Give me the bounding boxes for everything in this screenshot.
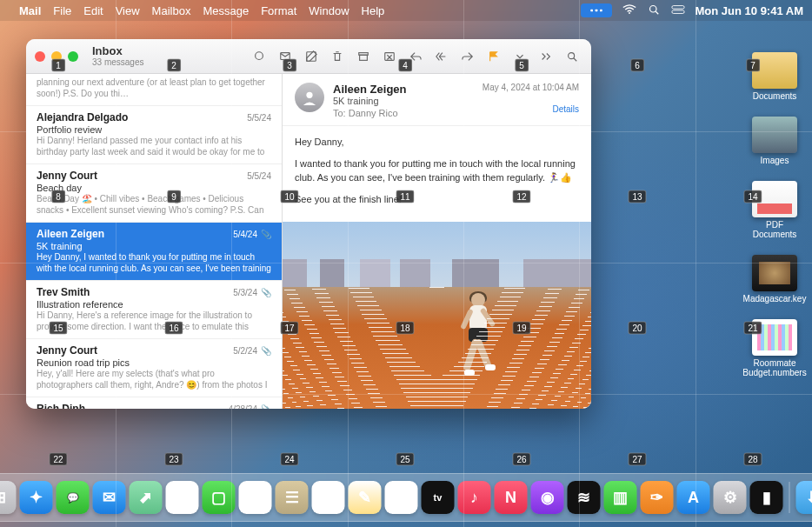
spotlight-icon[interactable] <box>647 4 661 17</box>
desktop-label: PDF Documents <box>744 220 805 239</box>
message-row[interactable]: Jenny Court5/5/24Beach dayBeach Day 🏖️ •… <box>26 164 282 223</box>
dock-reminders[interactable]: ☑ <box>312 481 345 514</box>
mail-titlebar: Inbox 33 messages <box>26 39 591 74</box>
dock-freeform[interactable]: 〰 <box>385 481 418 514</box>
expand-icon[interactable] <box>536 47 556 66</box>
control-center-toggle-icon[interactable] <box>671 4 685 17</box>
open-from: Aileen Zeigen <box>333 83 474 96</box>
message-preview: Hey, y'all! Here are my selects (that's … <box>37 369 271 390</box>
message-body-text: Hey Danny, I wanted to thank you for put… <box>283 126 591 222</box>
reply-icon[interactable] <box>405 47 426 66</box>
grid-cell-23: 23 <box>164 453 183 466</box>
message-list[interactable]: planning our next adventure (or at least… <box>26 74 283 409</box>
message-row[interactable]: Trev Smith5/3/24📎Illustration referenceH… <box>26 281 282 339</box>
control-center-icon[interactable] <box>581 3 612 17</box>
message-row[interactable]: Jenny Court5/2/24📎Reunion road trip pics… <box>26 339 282 397</box>
menu-message[interactable]: Message <box>203 4 249 17</box>
flag-icon[interactable] <box>483 47 504 66</box>
dock-iphone-mirroring[interactable]: ▮ <box>750 481 783 514</box>
message-row-truncated[interactable]: planning our next adventure (or at least… <box>26 74 282 106</box>
desktop-thumb <box>752 319 797 356</box>
desktop-images[interactable]: Images <box>744 117 805 165</box>
desktop-documents[interactable]: Documents <box>744 52 805 101</box>
message-subject: Beach day <box>37 183 271 193</box>
more-icon[interactable] <box>509 47 530 66</box>
desktop-pdf-documents[interactable]: PDF Documents <box>744 181 805 239</box>
message-row[interactable]: Rich Dinh4/28/24📎Trip to Zion National P… <box>26 397 282 409</box>
message-preview: Hi Danny, Here's a reference image for t… <box>37 310 271 331</box>
dock-calendar[interactable]: 10 <box>239 481 272 514</box>
dock-appstore[interactable]: A <box>677 481 710 514</box>
dock-messages[interactable]: 💬 <box>57 481 90 514</box>
attachment-icon: 📎 <box>261 404 271 409</box>
desktop-madagascar-key[interactable]: Madagascar.key <box>744 255 805 304</box>
dock-settings[interactable]: ⚙ <box>714 481 747 514</box>
trash-icon[interactable] <box>327 47 348 66</box>
dock-tv[interactable]: tv <box>422 481 455 514</box>
open-to: Danny Rico <box>349 108 398 118</box>
dock-podcasts[interactable]: ◉ <box>531 481 564 514</box>
desktop-roommate-budget-numbers[interactable]: Roommate Budget.numbers <box>744 319 805 377</box>
minimize-button[interactable] <box>51 51 62 62</box>
dock-news[interactable]: N <box>495 481 528 514</box>
to-label: To: <box>333 108 346 118</box>
dock-photos[interactable]: ✿ <box>166 481 199 514</box>
menu-edit[interactable]: Edit <box>83 4 103 17</box>
message-preview: planning our next adventure (or at least… <box>37 77 271 98</box>
attachment-icon: 📎 <box>261 288 271 297</box>
dock-downloads[interactable]: ⬇ <box>796 481 813 514</box>
svg-rect-6 <box>671 5 683 9</box>
menu-format[interactable]: Format <box>261 4 296 17</box>
close-button[interactable] <box>35 51 45 62</box>
app-menu[interactable]: Mail <box>19 4 41 17</box>
dock-numbers-app[interactable]: ▥ <box>604 481 637 514</box>
desktop-thumb <box>752 181 797 217</box>
message-row[interactable]: Alejandra Delgado5/5/24Portfolio reviewH… <box>26 106 282 164</box>
forward-icon[interactable] <box>457 47 478 66</box>
dock-safari[interactable]: ✦ <box>20 481 53 514</box>
menu-help[interactable]: Help <box>362 4 385 17</box>
dock-mail[interactable]: ✉ <box>93 481 126 514</box>
grid-cell-22: 22 <box>49 453 67 466</box>
dock-contacts[interactable]: ☰ <box>276 481 309 514</box>
details-link[interactable]: Details <box>483 104 579 114</box>
menubar-clock[interactable]: Mon Jun 10 9:41 AM <box>696 4 803 17</box>
dock-notes[interactable]: ✎ <box>349 481 382 514</box>
search-icon[interactable] <box>562 47 582 66</box>
mailbox-title: Inbox <box>92 45 143 57</box>
compose-icon[interactable] <box>275 47 296 66</box>
dock-music[interactable]: ♪ <box>458 481 491 514</box>
grid-cell-26: 26 <box>512 453 530 466</box>
filter-icon[interactable] <box>249 47 270 66</box>
grid-cell-25: 25 <box>396 453 414 466</box>
menu-view[interactable]: View <box>116 4 140 17</box>
dock-launchpad[interactable]: ⊞ <box>0 481 17 514</box>
svg-point-15 <box>306 92 312 98</box>
svg-point-4 <box>649 5 656 12</box>
grid-cell-13: 13 <box>628 190 646 203</box>
message-from: Rich Dinh <box>37 403 85 409</box>
dock-pages[interactable]: ✑ <box>641 481 674 514</box>
dock-stocks[interactable]: ≋ <box>568 481 601 514</box>
junk-icon[interactable] <box>379 47 400 66</box>
sender-avatar <box>295 83 324 112</box>
message-subject: Portfolio review <box>37 124 271 135</box>
desktop-thumb <box>752 117 797 153</box>
desktop-icons: DocumentsImagesPDF DocumentsMadagascar.k… <box>744 52 805 377</box>
message-attachment-image[interactable] <box>283 222 591 409</box>
dock-maps[interactable]: ⬈ <box>130 481 163 514</box>
new-icon[interactable] <box>301 47 322 66</box>
message-row[interactable]: Aileen Zeigen5/4/24📎5K trainingHey Danny… <box>26 223 282 281</box>
wifi-icon[interactable] <box>622 4 636 17</box>
menu-mailbox[interactable]: Mailbox <box>152 4 191 17</box>
message-date: 5/4/24📎 <box>233 230 271 239</box>
desktop-thumb <box>752 52 797 89</box>
zoom-button[interactable] <box>68 51 78 62</box>
dock-facetime[interactable]: ▢ <box>203 481 236 514</box>
menu-window[interactable]: Window <box>309 4 349 17</box>
grid-cell-24: 24 <box>280 453 298 466</box>
reply-all-icon[interactable] <box>431 47 452 66</box>
menu-file[interactable]: File <box>53 4 71 17</box>
message-date: 5/2/24📎 <box>233 346 271 356</box>
archive-icon[interactable] <box>353 47 374 66</box>
